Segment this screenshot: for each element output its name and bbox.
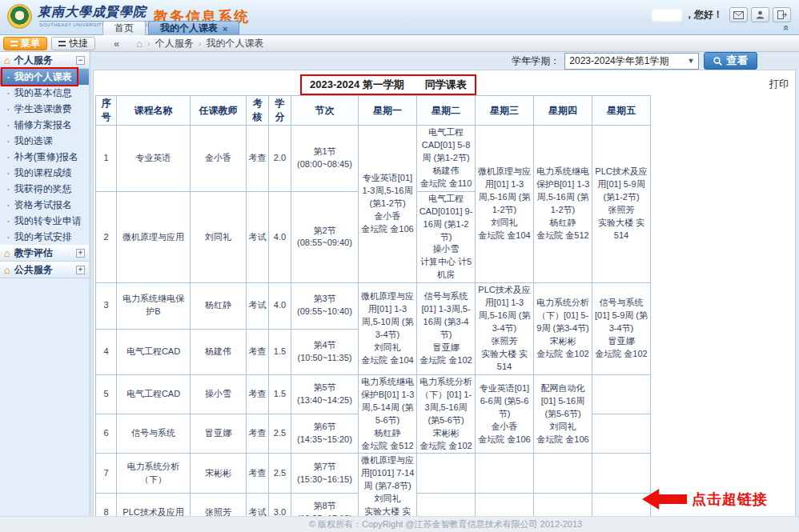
course-cell: 电力系统继电保护B xyxy=(117,283,191,329)
sidebar-item-label: 我获得的奖惩 xyxy=(14,182,72,196)
collapse-header-icon[interactable]: » xyxy=(781,25,789,30)
timetable-column-header: 星期一 xyxy=(359,96,417,126)
schedule-cell-empty xyxy=(534,454,592,493)
teacher-cell: 操小雪 xyxy=(191,374,247,414)
schedule-cell[interactable]: 信号与系统[01] 5-9周 (第3-4节)冒亚娜金坛院 金102 xyxy=(592,283,651,375)
period-cell: 第6节(14:35~15:20) xyxy=(291,414,359,454)
seq-cell: 7 xyxy=(96,454,117,493)
user-icon[interactable] xyxy=(751,7,769,22)
seq-cell: 2 xyxy=(96,191,117,283)
credit-cell: 2.5 xyxy=(269,454,291,493)
credit-cell: 4.0 xyxy=(269,283,291,329)
assess-cell: 考查 xyxy=(247,126,269,192)
sidebar-section-header-0[interactable]: ⌂个人服务− xyxy=(0,52,89,69)
timetable-title-suffix: 同学课表 xyxy=(425,78,467,92)
seq-cell: 3 xyxy=(96,283,117,329)
collapse-sidebar-icon[interactable]: « xyxy=(114,38,119,50)
schedule-cell-empty xyxy=(592,454,651,493)
sidebar-item-label: 我的基本信息 xyxy=(14,86,72,100)
timetable-column-header: 学分 xyxy=(269,96,291,126)
breadcrumb: ⌂ ›个人服务›我的个人课表 xyxy=(136,37,263,50)
sidebar-section-header-1[interactable]: ⌂教学评估+ xyxy=(0,245,89,262)
semester-select[interactable]: 2023-2024学年第1学期 ▼ xyxy=(564,53,699,70)
timetable-title-row: 2023-2024 第一学期 同学课表 打印 xyxy=(94,74,795,95)
timetable-column-header: 序号 xyxy=(96,96,117,126)
sidebar-item-label: 我的转专业申请 xyxy=(14,214,82,228)
period-cell: 第7节(15:30~16:15) xyxy=(291,454,359,493)
quick-icon xyxy=(58,41,66,46)
breadcrumb-item[interactable]: 个人服务 xyxy=(155,37,194,50)
sidebar-item-0-3[interactable]: •辅修方案报名 xyxy=(0,117,89,133)
period-cell: 第3节(09:55~10:40) xyxy=(291,283,359,329)
course-cell: 电气工程CAD xyxy=(117,374,191,414)
sidebar-item-0-0[interactable]: •我的个人课表 xyxy=(0,69,89,85)
schedule-cell[interactable]: 专业英语[01] 1-3周,5-16周 (第1-2节)金小香金坛院 金106 xyxy=(359,126,417,283)
sidebar-item-0-2[interactable]: •学生选课缴费 xyxy=(0,101,89,117)
sidebar-item-0-1[interactable]: •我的基本信息 xyxy=(0,85,89,101)
search-icon xyxy=(713,57,722,66)
sidebar-item-label: 我的考试安排 xyxy=(14,230,72,244)
schedule-cell[interactable]: 微机原理与应用[01] 1-3周,5-10周 (第3-4节)刘同礼金坛院 金10… xyxy=(359,283,417,375)
logout-icon[interactable] xyxy=(773,7,791,22)
annotation-label: 点击超链接 xyxy=(692,490,768,509)
expand-toggle-icon[interactable]: + xyxy=(76,249,85,258)
annotation-arrow-icon xyxy=(642,489,687,510)
sidebar-item-0-7[interactable]: •我获得的奖惩 xyxy=(0,181,89,197)
schedule-cell[interactable]: 电气工程CAD[0101] 9-16周 (第1-2节)操小雪计算中心 计5机房 xyxy=(417,191,476,283)
chevron-right-icon: › xyxy=(147,38,151,48)
teacher-cell: 冒亚娜 xyxy=(191,414,247,454)
sidebar-section-label: 教学评估 xyxy=(14,246,53,260)
home-icon: ⌂ xyxy=(4,54,10,66)
menu-button[interactable]: 菜单 xyxy=(3,37,47,50)
annotation: 点击超链接 xyxy=(642,489,768,510)
mail-icon[interactable] xyxy=(729,7,748,22)
period-cell: 第2节(08:55~09:40) xyxy=(291,191,359,283)
timetable-title: 2023-2024 第一学期 同学课表 xyxy=(300,74,476,95)
home-icon[interactable]: ⌂ xyxy=(136,38,143,50)
sidebar-item-0-10[interactable]: •我的考试安排 xyxy=(0,229,89,245)
schedule-cell[interactable]: 电力系统分析（下）[01] 1-3周,5-16周 (第5-6节)宋彬彬金坛院 金… xyxy=(417,374,476,454)
tab-0[interactable]: 首页 xyxy=(102,21,146,35)
seq-cell: 6 xyxy=(96,414,117,454)
schedule-cell[interactable]: 电力系统继电保护B[01] 1-3周,5-16周 (第1-2节)杨红静金坛院 金… xyxy=(534,126,592,283)
sidebar-sections: ⌂个人服务−•我的个人课表•我的基本信息•学生选课缴费•辅修方案报名•我的选课•… xyxy=(0,52,89,278)
timetable-column-header: 节次 xyxy=(291,96,359,126)
teacher-cell: 杨建伟 xyxy=(191,329,247,374)
tab-1[interactable]: 我的个人课表× xyxy=(148,21,239,35)
sidebar-section-header-2[interactable]: ⌂公共服务+ xyxy=(0,262,89,278)
period-cell: 第4节(10:50~11:35) xyxy=(291,329,359,374)
assess-cell: 考查 xyxy=(247,414,269,454)
assess-cell: 考查 xyxy=(247,454,269,493)
menu-icon xyxy=(10,41,18,46)
sidebar-item-0-5[interactable]: •补考(重修)报名 xyxy=(0,149,89,165)
timetable-column-header: 任课教师 xyxy=(191,96,247,126)
sidebar-item-0-9[interactable]: •我的转专业申请 xyxy=(0,213,89,229)
expand-toggle-icon[interactable]: + xyxy=(76,266,85,274)
schedule-cell[interactable]: PLC技术及应用[01] 5-9周 (第1-2节)张照芳实验大楼 实514 xyxy=(592,126,651,283)
schedule-cell[interactable]: 专业英语[01] 6-6周 (第5-6节)金小香金坛院 金106 xyxy=(476,374,534,454)
expand-toggle-icon[interactable]: − xyxy=(76,56,85,65)
close-icon[interactable]: × xyxy=(223,24,227,34)
breadcrumb-item[interactable]: 我的个人课表 xyxy=(206,37,263,50)
sidebar-item-0-6[interactable]: •我的课程成绩 xyxy=(0,165,89,181)
schedule-cell[interactable]: 微机原理与应用[01] 1-3周,5-16周 (第1-2节)刘同礼金坛院 金10… xyxy=(476,126,534,283)
chevron-down-icon: ▼ xyxy=(687,57,694,65)
schedule-cell[interactable]: 电力系统分析（下）[01] 5-9周 (第3-4节)宋彬彬金坛院 金102 xyxy=(534,283,592,375)
schedule-cell[interactable]: PLC技术及应用[01] 1-3周,5-16周 (第3-4节)张照芳实验大楼 实… xyxy=(476,283,534,375)
sidebar-item-0-8[interactable]: •资格考试报名 xyxy=(0,197,89,213)
print-link[interactable]: 打印 xyxy=(769,78,789,91)
schedule-cell-empty xyxy=(476,454,534,493)
semester-label: 学年学期： xyxy=(512,54,560,68)
query-bar: 学年学期： 2023-2024学年第1学期 ▼ 查看 xyxy=(91,52,799,70)
schedule-cell[interactable]: 电力系统继电保护B[01] 1-3周,5-14周 (第5-6节)杨红静金坛院 金… xyxy=(359,374,417,454)
schedule-cell[interactable]: 电气工程CAD[01] 5-8周 (第1-2节)杨建伟金坛院 金110 xyxy=(417,126,476,192)
schedule-cell[interactable]: 信号与系统[01] 1-3周,5-16周 (第3-4节)冒亚娜金坛院 金102 xyxy=(417,283,476,375)
quick-button[interactable]: 快捷 xyxy=(51,37,95,50)
schedule-cell[interactable]: 配网自动化[01] 5-16周 (第5-6节)刘同礼金坛院 金106 xyxy=(534,374,592,454)
course-cell: 电力系统分析（下） xyxy=(117,454,191,493)
toolbar: 菜单 快捷 « ⌂ ›个人服务›我的个人课表 xyxy=(0,35,799,52)
view-button[interactable]: 查看 xyxy=(704,52,757,70)
timetable-column-header: 星期三 xyxy=(476,96,534,126)
sidebar-item-0-4[interactable]: •我的选课 xyxy=(0,133,89,149)
credit-cell: 2.0 xyxy=(269,126,291,192)
